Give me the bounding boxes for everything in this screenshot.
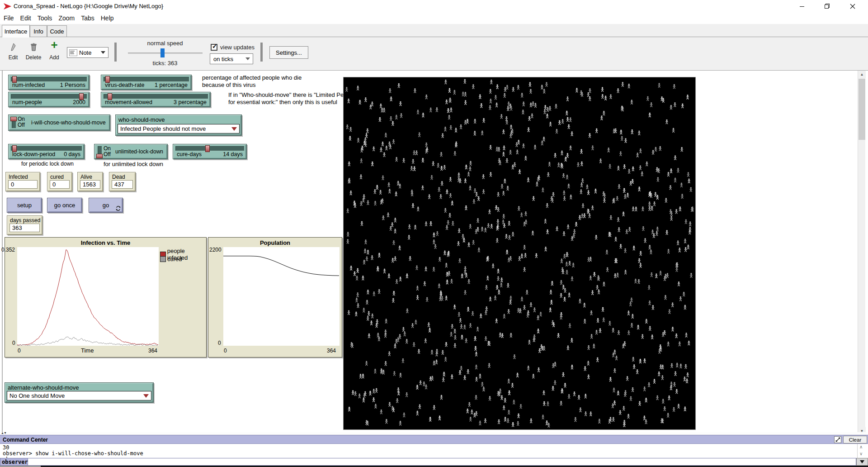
history-dropdown-button[interactable] [856, 458, 868, 466]
close-button[interactable] [842, 0, 863, 12]
command-input[interactable] [28, 458, 856, 466]
menu-file[interactable]: File [4, 13, 18, 23]
splitter-grip-icon[interactable]: ▲▼ [1, 431, 6, 434]
slider-label: movement-allowed [105, 99, 152, 105]
slider-cure-days[interactable]: cure-days 14 days [173, 144, 247, 159]
pencil-icon [10, 43, 16, 52]
slider-num-people[interactable]: num-people 2000 [8, 92, 90, 107]
settings-button[interactable]: Settings... [269, 46, 308, 59]
slider-track [104, 94, 208, 99]
y-min-label: 0 [12, 340, 15, 346]
x-min-label: 0 [224, 348, 227, 354]
switch-handle[interactable] [10, 117, 17, 121]
widget-type-dropdown[interactable]: Note [67, 47, 108, 58]
menu-zoom[interactable]: Zoom [58, 13, 78, 23]
chooser-select[interactable]: No One should Move [7, 391, 151, 400]
delete-widget-button[interactable]: Delete [24, 42, 43, 62]
menu-tools[interactable]: Tools [38, 13, 56, 23]
go-button[interactable]: go [89, 198, 123, 213]
menu-edit[interactable]: Edit [20, 13, 35, 23]
check-icon: ✓ [212, 43, 217, 50]
chooser-who-should-move[interactable]: who-should-move Infected People should n… [115, 114, 242, 136]
switch-unlimited-lock-down[interactable]: On Off unlimited-lock-down [94, 144, 168, 159]
slider-num-infected[interactable]: num-infected 1 Persons [8, 75, 90, 90]
monitor-value: 1563 [80, 180, 100, 189]
slider-virus-death-rate[interactable]: virus-death-rate 1 percentage [101, 75, 192, 90]
plot-area [17, 247, 159, 346]
plot-infection-vs-time: Infection vs. Time 0.352 0 0 Time 364 pe… [5, 237, 207, 357]
monitor-value: 0 [50, 180, 70, 189]
plot-title: Infection vs. Time [5, 239, 206, 246]
slider-value: 0 days [64, 151, 80, 157]
command-input-row: observer> [0, 458, 868, 466]
monitor-label: Dead [112, 174, 125, 180]
switch-handle[interactable] [96, 154, 103, 158]
view-updates-label: view updates [220, 44, 261, 51]
menu-tabs[interactable]: Tabs [81, 13, 98, 23]
note-movement: If in "Who-should-move" there is "Limite… [228, 91, 355, 106]
restore-icon [824, 3, 830, 9]
output-scrollbar[interactable]: ∧ ∨ [857, 444, 866, 458]
monitor-days-passed: days passed 363 [7, 215, 42, 235]
slider-value: 1 percentage [155, 82, 188, 88]
add-label: Add [46, 54, 62, 61]
x-axis-title: Time [81, 347, 94, 354]
forever-icon [116, 206, 121, 211]
switch-on-label: On [104, 145, 111, 152]
toolbar-separator [114, 43, 117, 62]
slider-value: 3 percentage [174, 99, 207, 105]
x-max-label: 364 [327, 348, 336, 354]
scroll-up-button[interactable]: ▲ [858, 71, 866, 78]
chooser-value: No One should Move [9, 392, 65, 399]
legend-swatch [160, 256, 166, 262]
vertical-scrollbar[interactable]: ▲ ▼ [858, 71, 865, 435]
title-bar: Corona_Spread - NetLogo {H:\Google Drive… [0, 0, 868, 12]
edit-widget-button[interactable]: Edit [5, 42, 22, 62]
scroll-down-icon[interactable]: ∨ [859, 451, 863, 456]
add-widget-button[interactable]: + Add [46, 39, 62, 62]
chevron-down-icon [860, 460, 864, 463]
expand-command-center-button[interactable] [834, 436, 841, 443]
minimize-button[interactable] [792, 0, 812, 12]
switch-label: unlimited-lock-down [115, 148, 163, 155]
scroll-up-icon[interactable]: ∧ [859, 444, 863, 449]
setup-button[interactable]: setup [7, 198, 42, 213]
chooser-alternate-who-should-move[interactable]: alternate-who-should-move No One should … [5, 382, 154, 403]
tab-info[interactable]: Info [30, 25, 47, 37]
speed-slider-thumb[interactable] [160, 48, 165, 57]
go-label: go [103, 202, 109, 209]
view-updates-checkbox[interactable]: ✓ [211, 44, 217, 51]
scrollbar-thumb[interactable] [859, 79, 865, 140]
plus-icon: + [46, 38, 62, 52]
slider-movement-allowed[interactable]: movement-allowed 3 percentage [101, 92, 211, 107]
plot-area [223, 247, 340, 346]
command-output[interactable]: 30 observer> show i-will-chose-who-shoul… [0, 444, 857, 458]
delete-label: Delete [24, 54, 43, 61]
switch-i-will-chose-who-should-move[interactable]: On Off i-will-chose-who-should-move [8, 114, 110, 131]
ticks-counter: ticks: 363 [147, 60, 183, 67]
slider-handle[interactable] [205, 145, 210, 152]
world-view [343, 77, 696, 430]
menu-help[interactable]: Help [101, 13, 118, 23]
monitor-infected: Infected 0 [5, 172, 40, 191]
monitor-dead: Dead 437 [109, 172, 136, 191]
slider-value: 1 Persons [60, 82, 85, 88]
tab-code[interactable]: Code [47, 25, 67, 37]
slider-track [11, 94, 87, 99]
update-mode-dropdown[interactable]: on ticks [210, 53, 253, 64]
x-max-label: 364 [148, 348, 157, 354]
tab-interface[interactable]: Interface [2, 25, 30, 38]
go-once-button[interactable]: go once [47, 198, 82, 213]
chooser-select[interactable]: Infected People should not move [118, 124, 240, 133]
output-line: observer> show i-will-chose-who-should-m… [3, 451, 857, 457]
plot-population: Population 2200 0 0 364 [208, 237, 342, 357]
tab-strip: Interface Info Code [0, 24, 868, 37]
speed-slider-track[interactable] [128, 52, 203, 54]
switch-label: i-will-chose-who-should-move [31, 119, 106, 126]
caption-periodic-lockdown: for periodic lock down [14, 161, 81, 167]
slider-lock-down-period[interactable]: lock-down-period 0 days [8, 144, 85, 159]
chooser-label: alternate-who-should-move [8, 384, 79, 391]
toolbar-separator [260, 43, 263, 62]
restore-button[interactable] [816, 0, 837, 12]
clear-button[interactable]: Clear [843, 436, 867, 443]
